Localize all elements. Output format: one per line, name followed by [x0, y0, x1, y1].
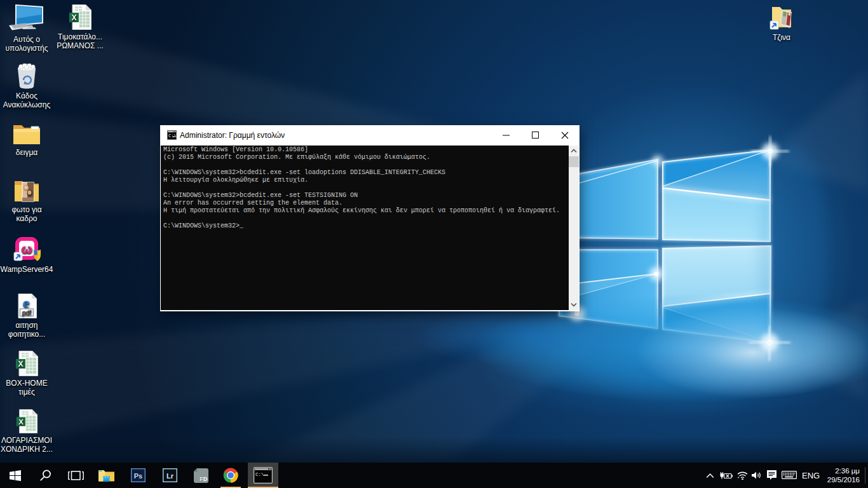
svg-text:Lr: Lr [166, 472, 174, 480]
svg-text:D: D [203, 476, 208, 482]
svg-text:Ps: Ps [134, 472, 142, 480]
svg-text:X: X [18, 418, 24, 426]
svg-text:C:\: C:\ [168, 133, 177, 139]
svg-text:X: X [18, 360, 23, 369]
svg-text:pdf: pdf [22, 309, 32, 316]
svg-text:X: X [71, 13, 76, 22]
svg-text:ω: ω [22, 242, 32, 256]
svg-text:C:\: C:\ [255, 472, 264, 477]
